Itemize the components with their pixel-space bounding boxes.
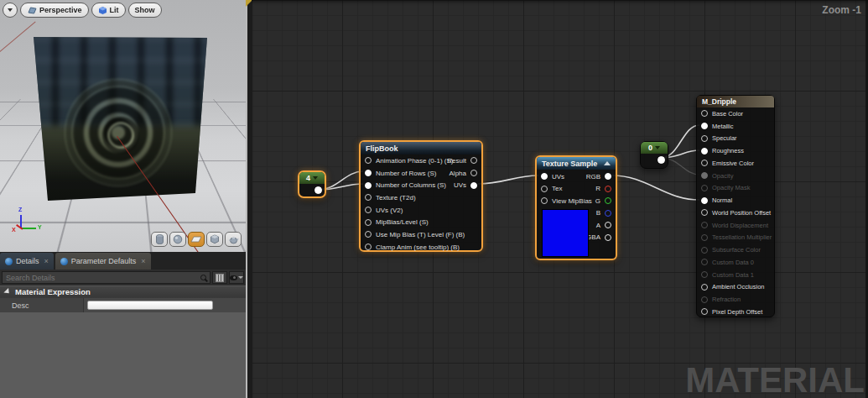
output-pin[interactable] bbox=[470, 157, 477, 164]
input-pin[interactable] bbox=[541, 197, 548, 204]
shape-teapot-button[interactable] bbox=[225, 232, 242, 247]
material-pin-row: Subsurface Color bbox=[697, 244, 774, 256]
input-pin[interactable] bbox=[701, 148, 708, 154]
input-pin[interactable] bbox=[701, 259, 708, 265]
flipbook-node-header[interactable]: FlipBook bbox=[361, 142, 481, 154]
property-matrix-button[interactable] bbox=[212, 271, 227, 284]
input-pin[interactable] bbox=[701, 209, 708, 216]
input-pin[interactable] bbox=[701, 160, 708, 166]
desc-field[interactable] bbox=[87, 301, 213, 310]
axis-y-label: Y bbox=[38, 224, 42, 230]
flipbook-output: Result bbox=[447, 154, 477, 167]
output-pin[interactable] bbox=[470, 170, 477, 176]
tab-parameter-defaults[interactable]: Parameter Defaults × bbox=[55, 253, 151, 270]
viewport-options-button[interactable] bbox=[3, 3, 18, 18]
pin-label: UVs bbox=[552, 173, 564, 181]
texture-sample-output-row: R bbox=[577, 183, 616, 196]
input-pin[interactable] bbox=[701, 135, 708, 142]
input-pin[interactable] bbox=[365, 157, 372, 164]
tab-details[interactable]: Details × bbox=[0, 253, 54, 270]
input-pin[interactable] bbox=[365, 219, 372, 226]
show-button[interactable]: Show bbox=[128, 3, 162, 18]
shape-sphere-button[interactable] bbox=[169, 232, 186, 247]
lit-button[interactable]: Lit bbox=[91, 3, 126, 18]
input-pin[interactable] bbox=[701, 110, 708, 117]
material-pin-row: Opacity bbox=[697, 170, 774, 182]
output-pin[interactable] bbox=[314, 186, 322, 194]
constant-node-0[interactable]: 0 bbox=[640, 141, 668, 169]
input-pin[interactable] bbox=[541, 173, 548, 180]
input-pin[interactable] bbox=[365, 194, 372, 201]
preview-viewport[interactable]: Perspective Lit Show Z Y X bbox=[0, 0, 246, 252]
output-pin[interactable] bbox=[605, 210, 611, 217]
pin-label: Refraction bbox=[712, 296, 741, 303]
lit-cube-icon bbox=[98, 6, 107, 15]
details-tabbar: Details × Parameter Defaults × bbox=[0, 252, 246, 270]
input-pin[interactable] bbox=[701, 296, 708, 303]
perspective-button[interactable]: Perspective bbox=[20, 3, 89, 18]
flipbook-node[interactable]: FlipBook Animation Phase (0-1) (S)Result… bbox=[359, 140, 483, 252]
output-pin[interactable] bbox=[470, 182, 477, 189]
input-pin[interactable] bbox=[701, 234, 708, 241]
show-label: Show bbox=[135, 6, 155, 14]
pin-label: Number of Rows (S) bbox=[376, 170, 436, 177]
material-node-header[interactable]: M_Dripple bbox=[697, 96, 774, 107]
search-details-input[interactable] bbox=[6, 274, 200, 282]
input-pin[interactable] bbox=[541, 186, 548, 192]
output-pin[interactable] bbox=[605, 197, 611, 204]
pin-label: Result bbox=[447, 157, 466, 165]
input-pin[interactable] bbox=[701, 185, 708, 191]
input-pin[interactable] bbox=[701, 284, 708, 291]
constant-node-header: 0 bbox=[641, 142, 668, 154]
input-pin[interactable] bbox=[701, 271, 708, 278]
view-options-button[interactable] bbox=[229, 271, 244, 284]
shape-plane-button[interactable] bbox=[188, 232, 205, 247]
output-pin[interactable] bbox=[605, 222, 611, 228]
material-pin-row: Normal bbox=[697, 194, 774, 207]
search-box bbox=[2, 271, 211, 284]
material-pin-row: World Position Offset bbox=[697, 207, 774, 219]
output-pin[interactable] bbox=[605, 186, 611, 192]
shape-cylinder-button[interactable] bbox=[151, 232, 168, 247]
texture-sample-node[interactable]: Texture Sample UVsTexView MipBias RGBRGB… bbox=[535, 155, 617, 260]
texture-sample-node-header[interactable]: Texture Sample bbox=[537, 157, 616, 170]
axis-x-label: X bbox=[12, 227, 16, 233]
category-material-expression[interactable]: Material Expression bbox=[0, 285, 246, 297]
material-pin-row: Custom Data 1 bbox=[697, 269, 774, 281]
input-pin[interactable] bbox=[701, 123, 708, 129]
close-tab-icon[interactable]: × bbox=[141, 257, 145, 265]
input-pin[interactable] bbox=[365, 207, 372, 213]
details-search-row bbox=[0, 270, 246, 285]
output-pin[interactable] bbox=[657, 156, 665, 164]
eye-icon bbox=[230, 275, 237, 280]
input-pin[interactable] bbox=[365, 244, 372, 250]
material-result-node[interactable]: M_Dripple Base ColorMetallicSpecularRoug… bbox=[696, 95, 775, 317]
constant-node-4[interactable]: 4 bbox=[298, 170, 326, 198]
ripple-effect bbox=[71, 86, 165, 180]
input-pin[interactable] bbox=[701, 222, 708, 228]
shape-cube-button[interactable] bbox=[206, 232, 223, 247]
input-pin[interactable] bbox=[701, 247, 708, 254]
collapse-icon[interactable] bbox=[604, 161, 611, 165]
input-pin[interactable] bbox=[701, 172, 708, 179]
chevron-down-icon bbox=[8, 8, 13, 12]
grid-icon bbox=[216, 274, 224, 282]
output-pin[interactable] bbox=[605, 173, 611, 180]
texture-sample-output-row: G bbox=[577, 195, 616, 207]
input-pin[interactable] bbox=[365, 231, 372, 238]
plane-icon bbox=[190, 235, 202, 244]
pin-label: G bbox=[595, 197, 600, 205]
zoom-level-label: Zoom -1 bbox=[822, 4, 861, 16]
output-pin[interactable] bbox=[605, 234, 611, 241]
panel-splitter[interactable] bbox=[246, 0, 252, 398]
material-pin-row: Ambient Occlusion bbox=[697, 281, 774, 294]
material-graph-canvas[interactable]: Zoom -1 MATERIAL 4 FlipBook Animation Ph… bbox=[252, 0, 868, 398]
flipbook-node-body: Animation Phase (0-1) (S)ResultNumber of… bbox=[361, 154, 481, 254]
input-pin[interactable] bbox=[701, 197, 708, 204]
pin-label: Tessellation Multiplier bbox=[712, 233, 772, 241]
close-tab-icon[interactable]: × bbox=[44, 257, 49, 265]
chevron-down-icon bbox=[313, 176, 318, 180]
input-pin[interactable] bbox=[365, 182, 372, 189]
input-pin[interactable] bbox=[365, 170, 372, 176]
input-pin[interactable] bbox=[701, 308, 708, 315]
